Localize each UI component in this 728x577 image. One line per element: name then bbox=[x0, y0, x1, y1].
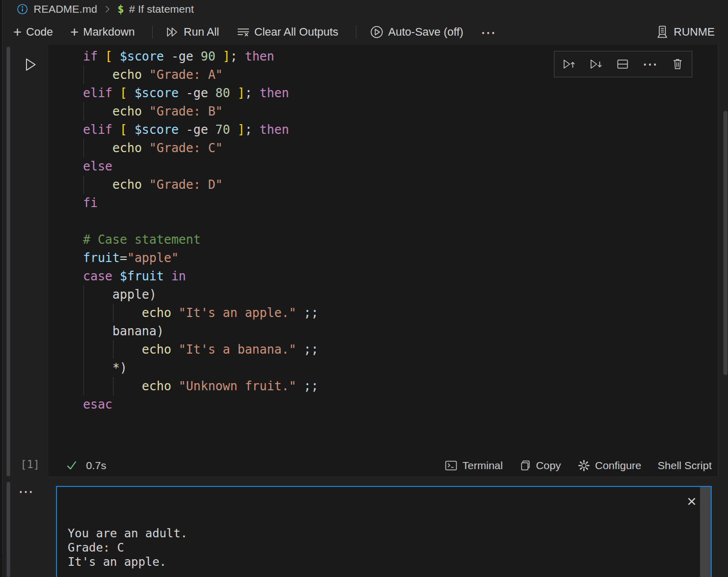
indent-guide bbox=[113, 304, 114, 322]
indent-guide bbox=[113, 377, 114, 395]
breadcrumb: README.md $ # If statement bbox=[0, 0, 728, 18]
gear-icon bbox=[577, 459, 591, 472]
indent-guide bbox=[113, 340, 114, 359]
terminal-line: You are an adult. bbox=[68, 526, 711, 540]
toolbar-more-button[interactable]: ⋯ bbox=[481, 23, 497, 41]
code-area[interactable]: if [ $score -ge 90 ]; then echo "Grade: … bbox=[48, 45, 718, 414]
indent-guide bbox=[83, 102, 84, 121]
indent-guide bbox=[83, 176, 84, 194]
play-circle-icon bbox=[370, 25, 384, 39]
terminal-icon bbox=[444, 459, 458, 472]
chevron-right-icon bbox=[102, 4, 113, 15]
indent-guide bbox=[83, 340, 84, 359]
delete-cell-icon[interactable] bbox=[671, 58, 684, 70]
code-cell: if [ $score -ge 90 ]; then echo "Grade: … bbox=[48, 45, 718, 477]
copy-icon bbox=[519, 459, 531, 472]
auto-save-toggle[interactable]: Auto-Save (off) bbox=[370, 25, 464, 39]
code-line: case $fruit in bbox=[83, 267, 718, 285]
code-line: banana) bbox=[83, 322, 718, 340]
terminal-line: It's an apple. bbox=[68, 555, 711, 569]
run-cell-button[interactable] bbox=[20, 55, 40, 74]
terminal-output-text: You are an adult.Grade: CIt's an apple. bbox=[68, 526, 711, 569]
execute-above-icon[interactable] bbox=[563, 59, 576, 70]
output-more-actions-button[interactable]: ⋯ bbox=[18, 482, 35, 500]
breadcrumb-section[interactable]: # If statement bbox=[129, 3, 194, 15]
terminal-statusbar-button[interactable]: Terminal bbox=[444, 459, 502, 472]
code-line: echo "It's a banana." ;; bbox=[83, 340, 718, 359]
toolbar-separator bbox=[356, 25, 356, 39]
clear-all-outputs-button[interactable]: Clear All Outputs bbox=[237, 25, 339, 39]
cell-statusbar: 0.7s Terminal bbox=[48, 454, 718, 477]
plus-icon: + bbox=[13, 27, 21, 37]
indent-guide bbox=[83, 285, 84, 304]
indent-guide bbox=[83, 304, 84, 322]
code-line: *) bbox=[83, 359, 718, 377]
terminal-scrollbar[interactable] bbox=[700, 487, 711, 577]
execution-duration: 0.7s bbox=[86, 459, 106, 472]
close-output-icon[interactable]: × bbox=[687, 493, 696, 509]
split-cell-icon[interactable] bbox=[617, 59, 629, 70]
plus-icon: + bbox=[70, 27, 78, 37]
add-markdown-cell-button[interactable]: + Markdown bbox=[70, 25, 135, 39]
indent-guide bbox=[83, 377, 84, 395]
cell-focus-indicator[interactable] bbox=[7, 47, 10, 476]
runme-icon bbox=[656, 25, 669, 39]
code-line: else bbox=[83, 157, 718, 176]
terminal-output[interactable]: × You are an adult.Grade: CIt's an apple… bbox=[56, 486, 712, 577]
code-line: echo "Grade: B" bbox=[83, 102, 718, 121]
copy-button[interactable]: Copy bbox=[519, 459, 561, 472]
code-line: echo "Grade: D" bbox=[83, 176, 718, 194]
window-left-border bbox=[2, 0, 3, 555]
code-line: elif [ $score -ge 70 ]; then bbox=[83, 121, 718, 139]
code-line: echo "It's an apple." ;; bbox=[83, 304, 718, 322]
shell-cell-symbol: $ bbox=[118, 3, 124, 15]
success-check-icon bbox=[66, 459, 78, 472]
code-line: echo "Grade: C" bbox=[83, 139, 718, 157]
runme-button[interactable]: RUNME bbox=[656, 25, 715, 39]
run-all-icon bbox=[166, 26, 179, 38]
window-scrollbar-thumb[interactable] bbox=[723, 111, 727, 375]
code-line: esac bbox=[83, 395, 718, 414]
breadcrumb-file[interactable]: README.md bbox=[34, 3, 97, 15]
indent-guide bbox=[83, 359, 84, 377]
info-icon[interactable] bbox=[16, 3, 29, 15]
language-selector[interactable]: Shell Script bbox=[658, 459, 712, 472]
code-line: fi bbox=[83, 194, 718, 212]
code-line: fruit="apple" bbox=[83, 249, 718, 267]
code-line: echo "Unknown fruit." ;; bbox=[83, 377, 718, 395]
run-all-button[interactable]: Run All bbox=[166, 25, 219, 39]
code-line: elif [ $score -ge 80 ]; then bbox=[83, 84, 718, 102]
notebook-toolbar: + Code + Markdown Run All Clear All Outp… bbox=[0, 19, 728, 45]
execution-count: [1] bbox=[20, 458, 40, 471]
cell-toolbar: ⋯ bbox=[554, 51, 692, 77]
indent-guide bbox=[83, 322, 84, 340]
code-line bbox=[83, 212, 718, 230]
execute-below-icon[interactable] bbox=[590, 59, 603, 70]
indent-guide bbox=[83, 66, 84, 84]
terminal-content: You are an adult.Grade: CIt's an apple. bbox=[57, 487, 711, 577]
indent-guide bbox=[83, 139, 84, 157]
code-line: # Case statement bbox=[83, 230, 718, 249]
code-line: apple) bbox=[83, 285, 718, 304]
cell-more-actions-button[interactable]: ⋯ bbox=[642, 62, 658, 67]
clear-all-icon bbox=[237, 26, 250, 38]
toolbar-separator bbox=[152, 25, 153, 39]
configure-button[interactable]: Configure bbox=[577, 459, 641, 472]
output-focus-indicator[interactable] bbox=[7, 482, 10, 577]
terminal-line: Grade: C bbox=[68, 540, 711, 555]
add-code-cell-button[interactable]: + Code bbox=[13, 25, 53, 39]
